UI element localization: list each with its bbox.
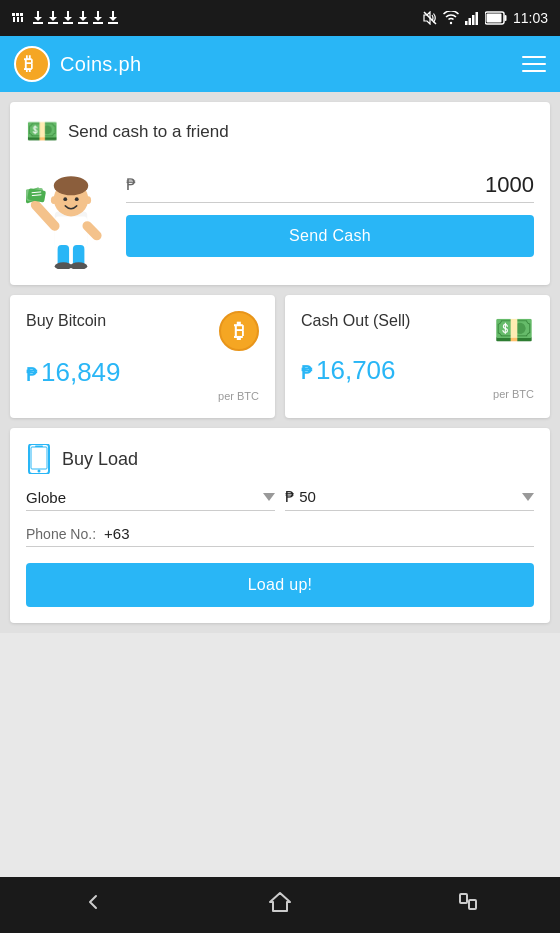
phone-label: Phone No.:	[26, 526, 96, 542]
download-icon-1	[33, 11, 43, 25]
navbar: ₿ Coins.ph	[0, 36, 560, 92]
svg-rect-26	[465, 21, 468, 25]
svg-rect-31	[504, 15, 506, 21]
download-icon-3	[63, 11, 73, 25]
send-cash-header: 💵 Send cash to a friend	[26, 116, 534, 147]
amount-dropdown-arrow	[522, 493, 534, 501]
hamburger-line-3	[522, 70, 546, 72]
back-icon	[81, 890, 105, 914]
cash-out-per-btc: per BTC	[301, 388, 534, 400]
hamburger-line-2	[522, 63, 546, 65]
svg-point-38	[63, 197, 67, 201]
svg-marker-19	[94, 17, 102, 21]
home-button[interactable]	[268, 890, 292, 920]
svg-point-25	[450, 22, 452, 24]
svg-rect-20	[93, 22, 103, 24]
status-icons-right: 11:03	[423, 10, 548, 26]
character-illustration	[26, 159, 116, 269]
svg-point-39	[75, 197, 79, 201]
amount-select[interactable]: ₱ 50	[285, 488, 534, 511]
bitcoin-logo-icon: ₿	[21, 53, 43, 75]
svg-line-48	[87, 226, 97, 236]
svg-point-40	[51, 196, 57, 204]
wifi-icon	[443, 11, 459, 25]
buy-bitcoin-card[interactable]: Buy Bitcoin ₿ ₱ 16,849 per BTC	[10, 295, 275, 418]
signal-icon	[465, 11, 479, 25]
load-selects: Globe ₱ 50	[26, 488, 534, 511]
cash-out-price: 16,706	[316, 355, 396, 386]
hamburger-line-1	[522, 56, 546, 58]
svg-rect-14	[63, 22, 73, 24]
currency-symbol: ₱	[126, 175, 136, 194]
svg-rect-59	[469, 900, 476, 909]
cash-envelope-icon: 💵	[26, 116, 58, 147]
send-cash-body: ₱ 1000 Send Cash	[26, 159, 534, 269]
main-content: 💵 Send cash to a friend	[0, 92, 560, 633]
network-value: Globe	[26, 489, 66, 506]
phone-value: +63	[104, 525, 129, 542]
mute-icon	[423, 11, 437, 25]
svg-rect-56	[35, 446, 43, 448]
svg-rect-23	[108, 22, 118, 24]
status-icons-left	[12, 11, 118, 25]
download-icon-5	[93, 11, 103, 25]
app-title: Coins.ph	[60, 53, 141, 76]
phone-row: Phone No.: +63	[26, 525, 534, 547]
download-icon-6	[108, 11, 118, 25]
cash-out-title: Cash Out (Sell)	[301, 311, 410, 332]
svg-rect-54	[31, 447, 47, 469]
cash-out-header: Cash Out (Sell) 💵	[301, 311, 534, 349]
svg-rect-11	[48, 22, 58, 24]
svg-rect-2	[20, 13, 23, 16]
svg-rect-1	[16, 13, 19, 16]
svg-rect-0	[12, 13, 15, 16]
svg-point-51	[55, 262, 72, 269]
svg-marker-16	[79, 17, 87, 21]
app-logo: ₿	[14, 46, 50, 82]
svg-marker-57	[270, 893, 290, 911]
buy-bitcoin-title: Buy Bitcoin	[26, 311, 106, 332]
svg-rect-27	[468, 18, 471, 25]
download-icon-2	[48, 11, 58, 25]
buy-load-header: Buy Load	[26, 444, 534, 474]
buy-load-title: Buy Load	[62, 449, 138, 470]
recents-button[interactable]	[455, 890, 479, 920]
phone-icon	[26, 444, 52, 474]
svg-text:₿: ₿	[24, 54, 33, 74]
svg-marker-22	[109, 17, 117, 21]
amount-input-row[interactable]: ₱ 1000	[126, 172, 534, 203]
home-icon	[268, 890, 292, 914]
svg-line-42	[36, 205, 55, 226]
cash-out-card[interactable]: Cash Out (Sell) 💵 ₱ 16,706 per BTC	[285, 295, 550, 418]
add-icon	[12, 11, 28, 25]
network-select[interactable]: Globe	[26, 488, 275, 511]
svg-rect-17	[78, 22, 88, 24]
cash-out-icon: 💵	[494, 311, 534, 349]
market-cards: Buy Bitcoin ₿ ₱ 16,849 per BTC Cash Out …	[10, 295, 550, 418]
battery-icon	[485, 11, 507, 25]
amount-value: 1000	[142, 172, 534, 198]
back-button[interactable]	[81, 890, 105, 920]
network-dropdown-arrow	[263, 493, 275, 501]
svg-point-55	[38, 470, 41, 473]
buy-bitcoin-per-btc: per BTC	[26, 390, 259, 402]
svg-point-37	[54, 176, 88, 195]
status-bar: 11:03	[0, 0, 560, 36]
navbar-left: ₿ Coins.ph	[14, 46, 141, 82]
svg-rect-58	[460, 894, 467, 903]
send-cash-button[interactable]: Send Cash	[126, 215, 534, 257]
load-up-button[interactable]: Load up!	[26, 563, 534, 607]
amount-select-value: ₱ 50	[285, 488, 316, 506]
svg-rect-32	[486, 14, 501, 23]
hamburger-menu[interactable]	[522, 56, 546, 72]
buy-bitcoin-currency: ₱	[26, 364, 37, 386]
svg-rect-5	[21, 17, 23, 22]
buy-load-card: Buy Load Globe ₱ 50 Phone No.: +63 Load …	[10, 428, 550, 623]
svg-rect-29	[475, 12, 478, 25]
svg-rect-8	[33, 22, 43, 24]
svg-point-52	[70, 262, 87, 269]
svg-rect-4	[17, 17, 19, 22]
btc-icon: ₿	[219, 311, 259, 351]
svg-marker-7	[34, 17, 42, 21]
buy-bitcoin-price-row: ₱ 16,849	[26, 357, 259, 388]
